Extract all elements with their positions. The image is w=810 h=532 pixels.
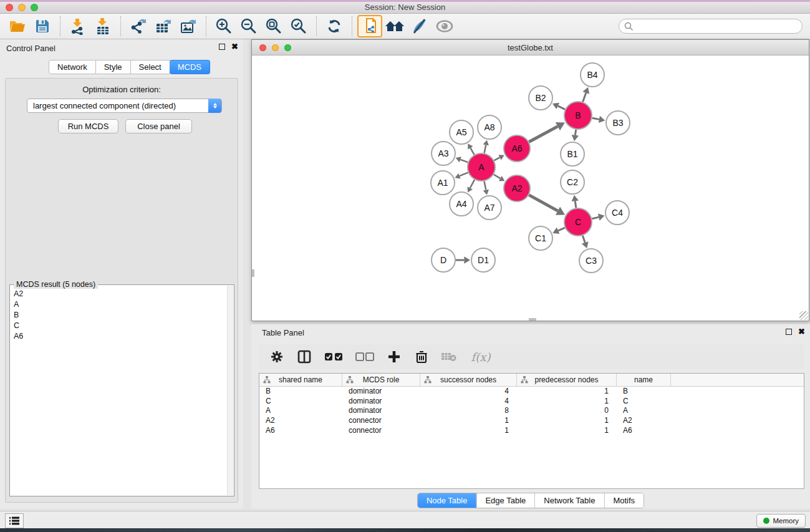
graph-node-B1[interactable]: B1	[561, 142, 584, 166]
zoom-fit-icon[interactable]	[261, 15, 286, 37]
graph-edge-A-A8[interactable]	[485, 145, 486, 153]
tab-edge-table[interactable]: Edge Table	[476, 493, 534, 508]
graph-node-C3[interactable]: C3	[579, 249, 603, 273]
close-panel-icon[interactable]: ✖	[231, 44, 238, 50]
dropdown-stepper-icon[interactable]	[208, 99, 221, 113]
mcds-result-list[interactable]: A2 A B C A6	[11, 289, 226, 495]
graph-node-A[interactable]: A	[468, 153, 495, 181]
float-panel-icon[interactable]	[219, 44, 225, 50]
graph-edge-B-B2[interactable]	[558, 106, 565, 109]
table-row[interactable]: A2connector11A2	[259, 416, 804, 426]
graph-node-A1[interactable]: A1	[431, 171, 455, 195]
memory-button[interactable]: Memory	[756, 514, 806, 528]
style-visibility-icon[interactable]	[407, 15, 432, 37]
graph-edge-A6-B[interactable]	[529, 127, 557, 142]
deselect-all-checks-icon[interactable]	[354, 347, 376, 366]
graph-node-A4[interactable]: A4	[450, 192, 473, 216]
graph-node-B3[interactable]: B3	[606, 111, 630, 135]
zoom-out-icon[interactable]	[236, 15, 261, 37]
graph-edge-A-A7[interactable]	[485, 181, 486, 190]
graph-edge-B-B3[interactable]	[592, 118, 599, 119]
function-builder-icon[interactable]: f(x)	[467, 347, 494, 366]
network-window-titlebar[interactable]: testGlobe.txt	[252, 40, 809, 56]
add-row-icon[interactable]	[385, 347, 403, 366]
graph-node-C[interactable]: C	[564, 208, 592, 236]
graph-edge-A-A1[interactable]	[460, 173, 468, 177]
col-header-mcds-role[interactable]: MCDS role	[342, 374, 420, 386]
tab-node-table[interactable]: Node Table	[418, 493, 476, 508]
col-header-successor-nodes[interactable]: successor nodes	[420, 374, 517, 386]
zoom-traffic-light[interactable]	[31, 4, 38, 11]
import-table-icon[interactable]	[90, 15, 115, 37]
graph-node-D1[interactable]: D1	[471, 248, 495, 272]
tab-mcds[interactable]: MCDS	[170, 60, 210, 74]
graph-node-D[interactable]: D	[432, 248, 455, 272]
graph-edge-C-C3[interactable]	[582, 236, 585, 243]
graph-node-B[interactable]: B	[564, 102, 592, 129]
close-panel-button[interactable]: Close panel	[125, 119, 192, 133]
graph-edge-C-C1[interactable]	[558, 228, 565, 231]
graph-node-A2[interactable]: A2	[504, 175, 530, 201]
close-traffic-light[interactable]	[259, 44, 266, 51]
delete-row-trash-icon[interactable]	[412, 347, 431, 366]
graph-node-A5[interactable]: A5	[450, 120, 473, 144]
tab-network[interactable]: Network	[49, 60, 96, 74]
split-column-icon[interactable]	[295, 347, 314, 366]
show-panels-list-button[interactable]	[5, 513, 24, 528]
graph-node-A3[interactable]: A3	[432, 142, 455, 165]
zoom-selected-icon[interactable]	[286, 15, 311, 37]
graph-node-B4[interactable]: B4	[581, 63, 604, 87]
select-all-checks-icon[interactable]	[322, 347, 345, 366]
network-graph[interactable]: B4B2BB3B1C2A5A8A3A6AA1A2A4A7CC4C1C3DD1	[252, 56, 809, 321]
minimize-traffic-light[interactable]	[18, 4, 26, 11]
result-item[interactable]: A6	[11, 331, 226, 342]
graph-edge-B-B4[interactable]	[583, 93, 586, 102]
open-session-icon[interactable]	[5, 15, 30, 37]
float-panel-icon[interactable]	[786, 329, 792, 335]
graph-node-A7[interactable]: A7	[478, 196, 501, 220]
export-network-icon[interactable]	[126, 15, 151, 37]
node-table[interactable]: shared name MCDS role successor nodes pr…	[259, 373, 804, 489]
table-row[interactable]: Cdominator41C	[259, 397, 804, 407]
table-settings-gear-icon[interactable]	[268, 347, 286, 366]
import-network-icon[interactable]	[65, 15, 90, 37]
graph-node-C4[interactable]: C4	[605, 201, 629, 225]
col-header-predecessor-nodes[interactable]: predecessor nodes	[517, 374, 617, 386]
zoom-traffic-light[interactable]	[284, 44, 291, 51]
run-mcds-button[interactable]: Run MCDS	[58, 119, 118, 133]
save-session-icon[interactable]	[30, 15, 55, 37]
minimize-traffic-light[interactable]	[272, 44, 279, 51]
result-item[interactable]: A2	[11, 289, 226, 299]
graph-node-C1[interactable]: C1	[529, 226, 552, 250]
graph-node-A8[interactable]: A8	[478, 115, 501, 139]
graph-edge-C-C2[interactable]	[575, 201, 576, 208]
criterion-dropdown[interactable]: largest connected component (directed)	[27, 99, 222, 113]
zoom-in-icon[interactable]	[211, 15, 236, 37]
tab-network-table[interactable]: Network Table	[534, 493, 604, 508]
search-input[interactable]	[619, 19, 803, 34]
col-header-shared-name[interactable]: shared name	[259, 374, 342, 386]
table-row[interactable]: Bdominator41B	[259, 387, 804, 397]
graph-node-C2[interactable]: C2	[561, 170, 584, 194]
result-item[interactable]: B	[11, 310, 226, 321]
result-item[interactable]: C	[11, 321, 226, 331]
window-resize-grip[interactable]	[799, 311, 808, 320]
graph-edge-A2-C[interactable]	[529, 195, 557, 211]
graph-node-A6[interactable]: A6	[504, 135, 530, 162]
graph-edge-A-A2[interactable]	[494, 175, 501, 178]
result-item[interactable]: A	[11, 299, 226, 310]
graph-edge-A-A6[interactable]	[494, 157, 499, 160]
graph-edge-A-A5[interactable]	[470, 148, 474, 155]
graph-edge-A-A3[interactable]	[460, 160, 468, 162]
col-header-name[interactable]: name	[617, 374, 671, 386]
table-row[interactable]: A6connector11A6	[259, 426, 804, 436]
home-icon[interactable]	[382, 15, 407, 37]
close-traffic-light[interactable]	[6, 4, 13, 11]
eye-icon[interactable]	[432, 15, 457, 37]
close-panel-icon[interactable]: ✖	[798, 329, 805, 335]
tab-motifs[interactable]: Motifs	[604, 493, 644, 508]
tab-select[interactable]: Select	[131, 60, 170, 74]
graph-edge-B-B1[interactable]	[575, 130, 576, 135]
graph-edge-A-A4[interactable]	[470, 180, 475, 188]
export-image-icon[interactable]	[176, 15, 201, 37]
